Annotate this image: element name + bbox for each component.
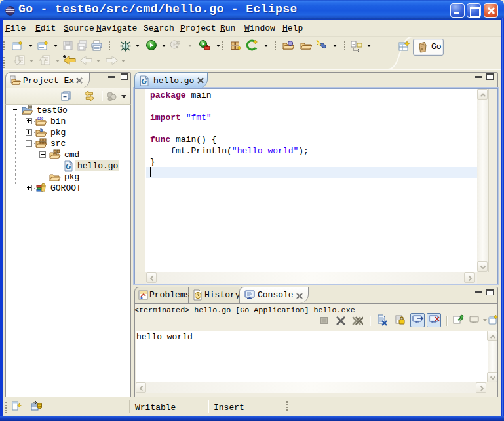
svg-text:G: G [142,77,147,86]
svg-text:010: 010 [37,117,43,120]
svg-text:G: G [66,162,71,171]
